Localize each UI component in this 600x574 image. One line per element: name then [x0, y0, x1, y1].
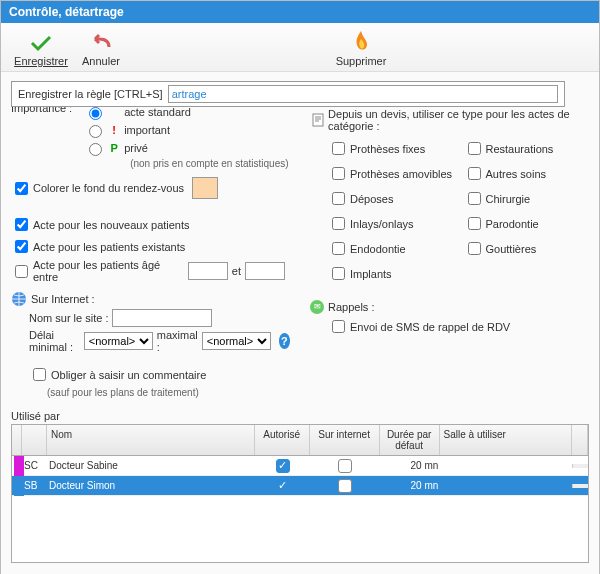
existing-patients-checkbox[interactable] — [15, 240, 28, 253]
cat-parodontie-checkbox[interactable] — [468, 217, 481, 230]
authorized-checkbox[interactable]: ✓ — [276, 459, 290, 473]
cat-implants-checkbox[interactable] — [332, 267, 345, 280]
sms-icon: ✉ — [310, 300, 324, 314]
importance-private-radio[interactable] — [89, 143, 102, 156]
cancel-button[interactable]: Annuler — [71, 31, 131, 69]
importance-standard-radio[interactable] — [89, 107, 102, 120]
users-grid: Nom Autorisé Sur internet Durée par défa… — [11, 424, 589, 563]
room-cell[interactable] — [440, 464, 572, 468]
force-comment-checkbox[interactable] — [33, 368, 46, 381]
authorized-checkbox[interactable]: ✓ — [276, 479, 290, 493]
age-min-input[interactable] — [188, 262, 228, 280]
on-internet-checkbox[interactable] — [338, 479, 352, 493]
save-button[interactable]: Enregistrer — [11, 31, 71, 69]
room-cell[interactable] — [440, 484, 572, 488]
delay-min-select[interactable]: <normal> — [84, 332, 153, 350]
color-background-checkbox[interactable] — [15, 182, 28, 195]
cat-endodontie-checkbox[interactable] — [332, 242, 345, 255]
used-by-label: Utilisé par — [11, 410, 599, 422]
document-icon — [310, 112, 324, 128]
reminders-section-label: Rappels : — [328, 301, 374, 313]
table-row[interactable]: SBDocteur Simon✓20 mn — [12, 476, 588, 496]
cat-protheses-amovibles-checkbox[interactable] — [332, 167, 345, 180]
save-tooltip: Enregistrer la règle [CTRL+S] — [11, 81, 565, 107]
delay-max-select[interactable]: <normal> — [202, 332, 271, 350]
user-name: Docteur Sabine — [47, 458, 255, 473]
window-title: Contrôle, détartrage — [1, 1, 599, 23]
age-range-checkbox[interactable] — [15, 265, 28, 278]
undo-arrow-icon — [89, 33, 113, 53]
toolbar: Enregistrer Annuler Supprimer Enregistre… — [1, 23, 599, 72]
user-code: SB — [22, 478, 47, 493]
globe-icon — [11, 291, 27, 307]
cat-chirurgie-checkbox[interactable] — [468, 192, 481, 205]
delete-button[interactable]: Supprimer — [331, 27, 391, 69]
cat-restaurations-checkbox[interactable] — [468, 142, 481, 155]
cat-protheses-fixes-checkbox[interactable] — [332, 142, 345, 155]
default-duration: 20 mn — [380, 478, 440, 493]
user-code: SC — [22, 458, 47, 473]
age-max-input[interactable] — [245, 262, 285, 280]
table-row[interactable]: SCDocteur Sabine✓20 mn — [12, 456, 588, 476]
site-name-input[interactable] — [112, 309, 212, 327]
cat-inlays-checkbox[interactable] — [332, 217, 345, 230]
checkmark-icon — [29, 33, 53, 53]
grid-scrollbar[interactable] — [572, 464, 588, 468]
cat-autres-soins-checkbox[interactable] — [468, 167, 481, 180]
importance-important-radio[interactable] — [89, 125, 102, 138]
grid-scrollbar[interactable] — [572, 484, 588, 488]
cat-gouttieres-checkbox[interactable] — [468, 242, 481, 255]
internet-section-label: Sur Internet : — [31, 293, 95, 305]
cat-deposes-checkbox[interactable] — [332, 192, 345, 205]
svg-rect-1 — [313, 114, 323, 126]
flame-icon — [351, 29, 371, 53]
user-name: Docteur Simon — [47, 478, 255, 493]
on-internet-checkbox[interactable] — [338, 459, 352, 473]
rule-name-input[interactable] — [168, 85, 558, 103]
devis-section-label: Depuis un devis, utiliser ce type pour l… — [328, 108, 589, 132]
help-icon[interactable]: ? — [279, 333, 290, 349]
default-duration: 20 mn — [380, 458, 440, 473]
sms-reminder-checkbox[interactable] — [332, 320, 345, 333]
color-swatch[interactable] — [192, 177, 218, 199]
new-patients-checkbox[interactable] — [15, 218, 28, 231]
